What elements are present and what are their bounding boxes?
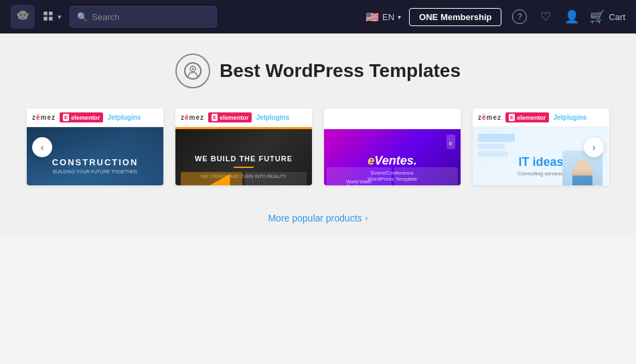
jet-badge-2: Jetplugins	[256, 114, 289, 121]
itideas-sub-text: Consulting services	[518, 171, 564, 177]
svg-point-6	[185, 63, 201, 79]
flag-icon: 🇺🇸	[366, 11, 379, 23]
help-button[interactable]: ?	[509, 7, 530, 27]
lang-chevron: ▾	[398, 13, 401, 21]
itideas-overlay-title: IT ideas	[518, 155, 563, 169]
zemez-badge: zëmez	[32, 114, 56, 121]
grid-menu-button[interactable]: ▾	[43, 11, 62, 23]
svg-rect-5	[49, 17, 53, 21]
more-chevron-icon: ›	[366, 213, 368, 223]
cart-icon: 🛒	[590, 9, 605, 24]
svg-rect-2	[44, 11, 48, 15]
products-section: ‹ zëmez E elementor Jetplugins CONSTRUCT…	[0, 102, 636, 205]
search-input[interactable]	[92, 12, 210, 22]
construction-sub-text: BUILDING YOUR FUTURE TOGETHER	[53, 169, 137, 174]
product-image-1[interactable]: CONSTRUCTION BUILDING YOUR FUTURE TOGETH…	[27, 127, 163, 185]
product-badges-2: zëmez E elementor Jetplugins	[175, 108, 312, 127]
product-image-4[interactable]: IT ideas Consulting services	[473, 127, 609, 185]
product-image-2[interactable]: WE BUILD THE FUTURE WE CREATE AND TURN I…	[175, 127, 312, 185]
zemez-badge-4: zëmez	[478, 114, 501, 121]
elementor-badge-2: E elementor	[208, 112, 252, 122]
product-card-3: – eVentes. Event/ConferenceWordPress Tem…	[324, 108, 461, 185]
grid-menu-arrow: ▾	[58, 13, 62, 21]
user-icon: 👤	[564, 9, 579, 24]
wishlist-button[interactable]: ♡	[538, 7, 554, 27]
svg-point-0	[20, 14, 22, 16]
svg-point-1	[23, 14, 25, 16]
elementor-badge: E elementor	[60, 112, 103, 122]
cart-label: Cart	[609, 12, 625, 22]
site-logo[interactable]	[11, 5, 35, 29]
more-products-link[interactable]: More popular products ›	[268, 213, 368, 223]
prev-arrow[interactable]: ‹	[32, 137, 52, 157]
product-badges-4: zëmez E elementor Jetplugins	[473, 108, 609, 127]
svg-rect-4	[44, 17, 48, 21]
svg-point-8	[192, 68, 194, 70]
navbar: ▾ 🔍 🇺🇸 EN ▾ ONE Membership ? ♡ 👤 🛒 Cart	[0, 0, 636, 33]
jet-badge: Jetplugins	[107, 114, 141, 121]
language-selector[interactable]: 🇺🇸 EN ▾	[366, 11, 401, 23]
cart-button[interactable]: 🛒 Cart	[590, 9, 625, 24]
elementor-badge-4: E elementor	[505, 112, 549, 122]
help-icon: ?	[512, 9, 527, 24]
product-image-3[interactable]: eVentes. Event/ConferenceWordPress Templ…	[324, 129, 461, 185]
product-card-2: zëmez E elementor Jetplugins WE BUILD TH…	[175, 108, 312, 185]
zemez-badge-2: zëmez	[181, 114, 204, 121]
account-button[interactable]: 👤	[562, 7, 582, 27]
eventes-overlay-title: eVentes.	[368, 154, 416, 168]
more-products-label: More popular products	[268, 213, 362, 223]
search-bar[interactable]: 🔍	[70, 6, 217, 27]
products-wrapper: ‹ zëmez E elementor Jetplugins CONSTRUCT…	[27, 108, 609, 185]
hero-section: Best WordPress Templates	[0, 33, 636, 102]
next-arrow[interactable]: ›	[584, 137, 604, 157]
lang-code: EN	[382, 12, 394, 22]
construction-overlay-text: CONSTRUCTION	[52, 157, 139, 167]
hero-title: Best WordPress Templates	[220, 60, 461, 82]
search-icon: 🔍	[77, 12, 88, 22]
svg-rect-3	[49, 11, 53, 15]
product-badges-1: zëmez E elementor Jetplugins	[27, 108, 163, 127]
worky-overlay-text: WE BUILD THE FUTURE	[195, 155, 293, 163]
membership-button[interactable]: ONE Membership	[409, 8, 501, 26]
jet-badge-4: Jetplugins	[553, 114, 586, 121]
more-products-section: More popular products ›	[0, 205, 636, 238]
heart-icon: ♡	[540, 9, 551, 24]
hero-icon	[175, 54, 210, 88]
